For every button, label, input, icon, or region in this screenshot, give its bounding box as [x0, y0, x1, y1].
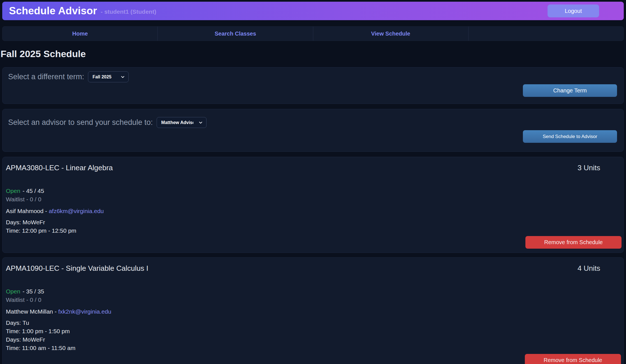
meeting-list: Days: MoWeFr Time: 12:00 pm - 12:50 pm	[6, 218, 620, 235]
course-title: APMA3080-LEC - Linear Algebra	[6, 163, 113, 172]
meeting-days: Days: MoWeFr	[6, 335, 620, 344]
meeting-time: Time: 12:00 pm - 12:50 pm	[6, 227, 620, 235]
main-nav: Home Search Classes View Schedule	[2, 26, 624, 41]
term-select-panel: Select a different term: Fall 2025 Chang…	[2, 67, 624, 104]
enrollment-status-line: Open- 45 / 45	[6, 187, 620, 195]
nav-item-search-classes[interactable]: Search Classes	[158, 27, 313, 41]
remove-from-schedule-button[interactable]: Remove from Schedule	[525, 354, 621, 364]
course-card-apma3080: APMA3080-LEC - Linear Algebra 3 Units Op…	[2, 157, 624, 253]
change-term-button[interactable]: Change Term	[523, 84, 617, 97]
open-status: Open	[6, 288, 20, 295]
advisor-select-panel: Select an advisor to send your schedule …	[2, 109, 624, 152]
meeting-list: Days: Tu Time: 1:00 pm - 1:50 pm Days: M…	[6, 319, 620, 352]
meeting-days: Days: Tu	[6, 319, 620, 327]
instructor-name: Matthew McMillan -	[6, 308, 58, 315]
nav-item-home[interactable]: Home	[3, 27, 158, 41]
instructor-line: Asif Mahmood - afz6km@virginia.edu	[6, 207, 620, 215]
course-units: 3 Units	[578, 163, 600, 172]
waitlist-line: Waitlist - 0 / 0	[6, 195, 620, 204]
app-title: Schedule Advisor	[9, 5, 97, 17]
nav-spacer	[469, 27, 623, 41]
course-units: 4 Units	[578, 264, 600, 273]
advisor-select-label: Select an advisor to send your schedule …	[8, 118, 153, 127]
term-select[interactable]: Fall 2025	[88, 71, 129, 82]
enrollment-status-line: Open- 35 / 35	[6, 287, 620, 296]
app-header: Schedule Advisor - student1 (Student) Lo…	[2, 2, 624, 20]
logged-in-user: - student1 (Student)	[101, 7, 156, 15]
instructor-line: Matthew McMillan - fxk2nk@virginia.edu	[6, 307, 620, 316]
open-status: Open	[6, 188, 20, 194]
meeting-time: Time: 1:00 pm - 1:50 pm	[6, 327, 620, 335]
seat-count: - 45 / 45	[22, 188, 44, 194]
advisor-select[interactable]: Matthew Advisor	[157, 117, 207, 128]
logout-button[interactable]: Logout	[548, 4, 599, 17]
instructor-email-link[interactable]: afz6km@virginia.edu	[49, 208, 104, 214]
page-title: Fall 2025 Schedule	[1, 48, 626, 59]
meeting-time: Time: 11:00 am - 11:50 am	[6, 344, 620, 352]
term-select-label: Select a different term:	[8, 73, 84, 81]
course-title: APMA1090-LEC - Single Variable Calculus …	[6, 264, 148, 273]
waitlist-line: Waitlist - 0 / 0	[6, 296, 620, 304]
instructor-name: Asif Mahmood -	[6, 208, 49, 214]
seat-count: - 35 / 35	[22, 288, 44, 295]
remove-from-schedule-button[interactable]: Remove from Schedule	[525, 236, 622, 249]
send-schedule-button[interactable]: Send Schedule to Advisor	[523, 130, 617, 143]
meeting-days: Days: MoWeFr	[6, 218, 620, 227]
instructor-email-link[interactable]: fxk2nk@virginia.edu	[58, 308, 111, 315]
nav-item-view-schedule[interactable]: View Schedule	[313, 27, 469, 41]
course-card-apma1090: APMA1090-LEC - Single Variable Calculus …	[2, 257, 624, 364]
